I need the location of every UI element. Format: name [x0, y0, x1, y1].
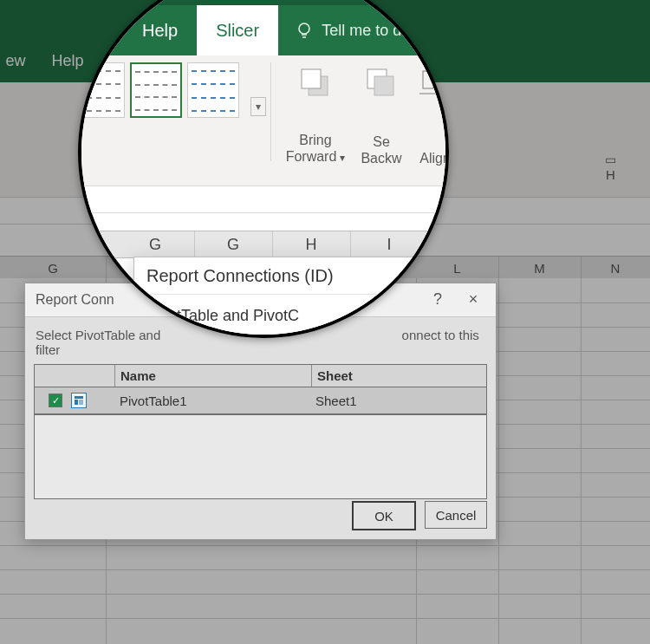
cancel-button[interactable]: Cancel — [425, 501, 487, 529]
mag-col-g1[interactable]: G — [116, 231, 195, 257]
table-row[interactable]: ✓ PivotTable1 Sheet1 — [35, 387, 486, 414]
row-name: PivotTable1 — [114, 387, 310, 413]
table-header-row: Name Sheet — [35, 365, 486, 387]
svg-rect-1 — [75, 400, 78, 405]
send-backward-button[interactable]: Se Backw — [355, 62, 407, 166]
svg-rect-7 — [302, 69, 321, 88]
slicer-style-3[interactable] — [187, 62, 239, 118]
dialog-table: Name Sheet ✓ PivotTable1 Sheet1 — [34, 364, 487, 415]
bring-forward-button[interactable]: Bring Forward▾ — [279, 62, 352, 166]
col-sheet: Sheet — [312, 365, 486, 387]
svg-rect-9 — [374, 76, 393, 95]
dialog-close-button[interactable]: × — [456, 287, 491, 311]
pivottable-icon — [71, 393, 87, 408]
mag-ribbon: ▾ Bring Forward▾ Se Backw Align Group Ro… — [81, 55, 445, 186]
slicer-style-2[interactable] — [130, 62, 182, 118]
dialog-list-body — [34, 415, 487, 499]
ok-button[interactable]: OK — [352, 501, 416, 530]
row-sheet: Sheet1 — [310, 387, 486, 413]
svg-rect-2 — [79, 400, 83, 405]
lightbulb-icon — [296, 22, 313, 39]
svg-rect-0 — [75, 396, 83, 399]
slicer-styles-gallery[interactable] — [78, 62, 239, 118]
tab-slicer[interactable]: Slicer — [197, 5, 278, 55]
row-checkbox[interactable]: ✓ — [49, 394, 62, 407]
col-name: Name — [115, 365, 312, 387]
dialog-help-button[interactable]: ? — [425, 287, 451, 311]
mag-col-h[interactable]: H — [272, 231, 351, 257]
bring-forward-icon — [298, 66, 333, 101]
mag-column-headers: G G H I — [81, 231, 445, 258]
styles-more-button[interactable]: ▾ — [250, 97, 266, 116]
send-backward-icon — [364, 66, 399, 101]
mag-col-i[interactable]: I — [350, 231, 429, 257]
mag-formula-bar[interactable] — [81, 185, 445, 213]
svg-point-3 — [299, 23, 309, 34]
mag-col-g2[interactable]: G — [194, 231, 273, 257]
